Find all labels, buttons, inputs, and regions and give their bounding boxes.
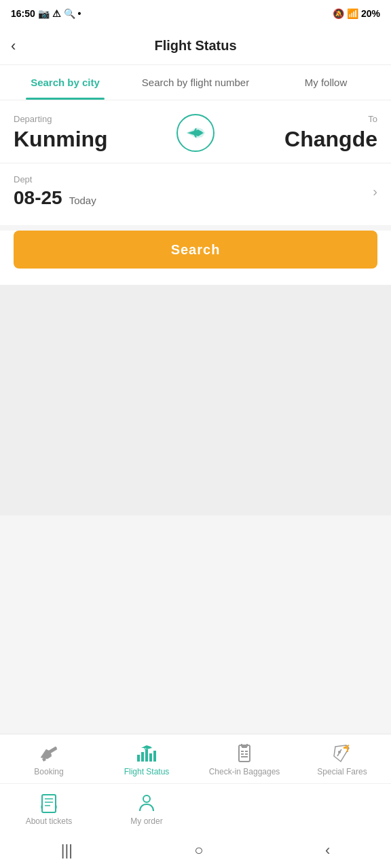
svg-rect-3 xyxy=(149,753,152,762)
departing-label: Departing xyxy=(14,114,174,124)
my-order-icon xyxy=(136,792,157,814)
bottom-nav-row-1: Booking Flight Status xyxy=(0,734,391,783)
nav-label-checkin: Check-in Baggages xyxy=(209,767,280,776)
back-icon: ‹ xyxy=(11,37,16,54)
date-value: 08-25 Today xyxy=(14,187,96,209)
tab-search-by-flight[interactable]: Search by flight number xyxy=(130,65,261,100)
svg-rect-1 xyxy=(141,752,144,762)
wifi-icon: 📶 xyxy=(347,8,358,19)
tab-search-by-city[interactable]: Search by city xyxy=(0,65,130,100)
to-col[interactable]: To Changde xyxy=(217,114,377,152)
svg-rect-9 xyxy=(241,753,244,755)
bottom-nav-row-2: About tickets My order xyxy=(0,783,391,833)
status-left: 16:50 📷 ⚠ 🔍 • xyxy=(11,8,81,19)
battery: 20% xyxy=(361,8,380,19)
sys-home-button[interactable]: ○ xyxy=(194,842,203,859)
date-row[interactable]: Dept 08-25 Today › xyxy=(14,163,377,209)
nav-item-special-fares[interactable]: Special Fares xyxy=(293,734,391,783)
date-col: Dept 08-25 Today xyxy=(14,174,96,209)
checkin-icon xyxy=(234,743,255,764)
nav-item-about-tickets[interactable]: About tickets xyxy=(0,784,98,833)
svg-rect-2 xyxy=(145,749,148,762)
svg-rect-6 xyxy=(242,745,247,748)
special-fares-icon xyxy=(331,743,353,764)
chevron-right-icon: › xyxy=(373,184,377,199)
from-city: Kunming xyxy=(14,127,174,152)
mute-icon: 🔕 xyxy=(333,8,344,19)
system-nav-bar: ||| ○ ‹ xyxy=(0,833,391,868)
route-row: Departing Kunming To Changde xyxy=(14,114,377,152)
svg-rect-13 xyxy=(42,795,56,812)
nav-label-flight-status: Flight Status xyxy=(124,767,170,776)
to-city: Changde xyxy=(217,127,377,152)
date-tag: Today xyxy=(69,195,96,206)
nav-label-about: About tickets xyxy=(26,816,73,826)
booking-icon xyxy=(38,743,60,764)
nav-item-booking[interactable]: Booking xyxy=(0,734,98,783)
flight-status-icon xyxy=(136,743,157,764)
search-form: Departing Kunming To Changde xyxy=(0,100,391,225)
bottom-nav: Booking Flight Status xyxy=(0,734,391,833)
sys-menu-button[interactable]: ||| xyxy=(61,842,73,859)
plane-circle-icon xyxy=(176,114,215,152)
page-title: Flight Status xyxy=(154,38,236,54)
to-label: To xyxy=(217,114,377,124)
nav-item-flight-status[interactable]: Flight Status xyxy=(98,734,196,783)
sys-back-button[interactable]: ‹ xyxy=(325,842,330,859)
nav-item-checkin[interactable]: Check-in Baggages xyxy=(196,734,293,783)
svg-rect-10 xyxy=(245,753,248,755)
route-icon xyxy=(174,114,217,152)
status-bar: 16:50 📷 ⚠ 🔍 • 🔕 📶 20% xyxy=(0,0,391,27)
date-text: 08-25 xyxy=(14,187,62,209)
svg-rect-4 xyxy=(153,751,156,762)
nav-item-my-order[interactable]: My order xyxy=(98,784,196,833)
dept-label: Dept xyxy=(14,174,96,184)
time: 16:50 xyxy=(11,8,35,19)
about-tickets-icon xyxy=(38,792,60,814)
search-btn-wrap: Search xyxy=(0,231,391,285)
svg-rect-0 xyxy=(137,755,140,762)
content-area xyxy=(0,285,391,515)
nav-label-booking: Booking xyxy=(34,767,63,776)
departing-col[interactable]: Departing Kunming xyxy=(14,114,174,152)
status-right: 🔕 📶 20% xyxy=(333,8,380,19)
status-icons: 📷 ⚠ 🔍 • xyxy=(38,8,81,19)
nav-label-order: My order xyxy=(130,816,162,826)
tab-bar: Search by city Search by flight number M… xyxy=(0,65,391,100)
back-button[interactable]: ‹ xyxy=(11,37,16,55)
svg-point-14 xyxy=(143,795,150,802)
tab-my-follow[interactable]: My follow xyxy=(261,65,391,100)
svg-rect-8 xyxy=(245,751,248,752)
svg-rect-11 xyxy=(241,756,248,757)
search-button[interactable]: Search xyxy=(14,231,377,269)
nav-label-fares: Special Fares xyxy=(317,767,367,776)
plane-icon xyxy=(183,123,208,142)
header: ‹ Flight Status xyxy=(0,27,391,65)
svg-rect-7 xyxy=(241,751,244,752)
